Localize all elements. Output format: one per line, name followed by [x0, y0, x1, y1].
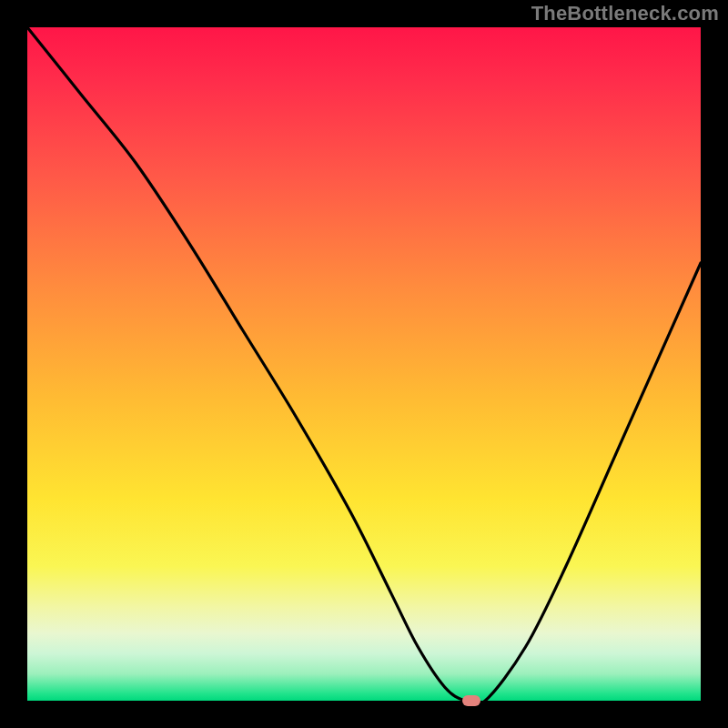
attribution-text: TheBottleneck.com: [531, 2, 719, 25]
bottleneck-curve: [27, 27, 701, 701]
optimal-point-marker: [462, 695, 480, 706]
plot-area: [27, 27, 701, 701]
curve-path: [27, 27, 701, 705]
chart-frame: TheBottleneck.com: [0, 0, 728, 728]
